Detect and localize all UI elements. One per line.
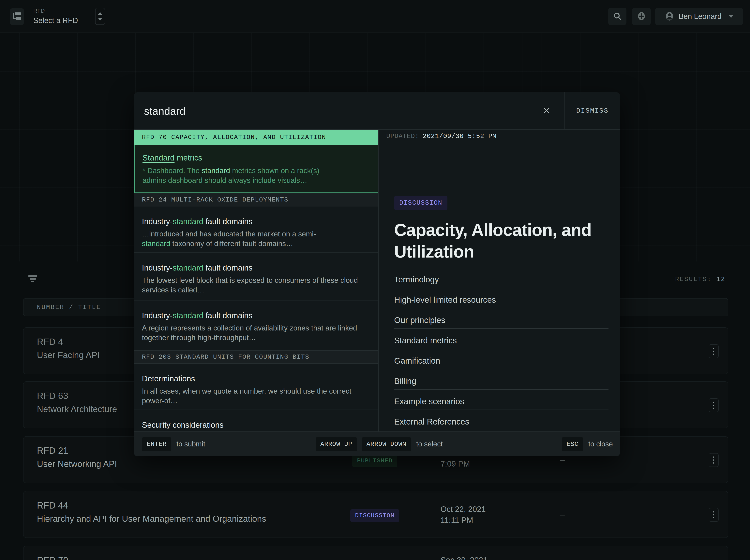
row-updated: 7:09 PM [440,458,470,469]
table-of-contents: Terminology High-level limited resources… [394,275,609,437]
table-column-header: NUMBER / TITLE [37,304,101,311]
esc-action-label: to close [588,440,613,448]
row-id: RFD 21 User Networking API [37,445,117,469]
result-entry[interactable]: Determinations In all cases, when we quo… [134,364,378,410]
updated-value: 2021/09/30 5:52 PM [422,133,496,140]
search-icon [613,12,622,21]
user-name: Ben Leonard [678,12,722,21]
result-entry-selected[interactable]: Standard metrics * Dashboard. The standa… [134,145,378,193]
result-snippet: A region represents a collection of avai… [142,323,369,343]
toc-item[interactable]: Our principles [394,315,609,329]
new-rfd-button[interactable] [632,8,651,25]
result-title: Industry-standard fault domains [142,217,371,226]
rfd-preview-title: Capacity, Allocation, and Utilization [394,219,611,263]
updated-time: 11:11 PM [440,515,486,526]
result-snippet: …introduced and has educated the market … [142,229,343,248]
esc-key-chip: ESC [562,437,583,451]
arrow-up-key-chip: ARROW UP [316,437,357,451]
row-id: RFD 63 Network Architecture [37,390,117,414]
result-snippet: In all cases, when we quote a number, we… [142,386,369,406]
row-id: RFD 4 User Facing API [37,336,100,360]
stepper-up-icon [98,12,102,15]
arrow-down-key-chip: ARROW DOWN [362,437,411,451]
rfd-number: RFD 63 [37,390,117,401]
plus-icon [637,12,646,21]
rfd-title: Hierarchy and API for User Management an… [37,514,266,524]
close-icon [542,107,550,115]
results-count-line: RESULTS: 12 [675,276,726,283]
search-results-panel: RFD 70 CAPACITY, ALLOCATION, AND UTILIZA… [134,130,378,432]
toc-item[interactable]: Billing [394,376,609,390]
row-menu-button[interactable] [709,508,718,522]
rfd-title: User Networking API [37,459,117,469]
user-menu-button[interactable]: Ben Leonard [655,8,743,25]
rfd-number: RFD 4 [37,336,100,347]
table-row[interactable]: RFD 70 Sep 30, 2021 [23,546,728,560]
rfd-number: RFD 70 [37,555,68,560]
result-section-header: RFD 24 MULTI-RACK OXIDE DEPLOYMENTS [134,193,378,206]
row-id: RFD 70 [37,555,68,560]
result-section-header-selected[interactable]: RFD 70 CAPACITY, ALLOCATION, AND UTILIZA… [134,130,378,145]
results-label: RESULTS: [675,276,712,283]
enter-action-label: to submit [176,440,205,448]
updated-row: UPDATED: 2021/09/30 5:52 PM [379,130,620,143]
toc-item[interactable]: High-level limited resources [394,295,609,308]
status-badge: DISCUSSION [394,196,448,210]
updated-date: Oct 22, 2021 [440,504,486,515]
kebab-icon [713,511,714,518]
result-entry[interactable]: Industry-standard fault domains …introdu… [134,206,378,253]
rfd-number: RFD 21 [37,445,117,456]
rfd-selector-value: Select a RFD [33,16,78,25]
result-snippet: * Dashboard. The standard metrics shown … [142,166,344,185]
result-preview-panel: UPDATED: 2021/09/30 5:52 PM DISCUSSION C… [378,130,620,432]
row-menu-button[interactable] [709,344,718,358]
app-window: RFD Select a RFD [0,0,750,560]
dismiss-button[interactable]: DISMISS [565,92,620,129]
result-entry[interactable]: Industry-standard fault domains A region… [134,300,378,350]
result-entry[interactable]: Security considerations [134,410,378,432]
user-avatar-icon [665,12,674,21]
search-modal: DISMISS RFD 70 CAPACITY, ALLOCATION, AND… [134,92,620,456]
search-modal-header: DISMISS [134,92,620,130]
filter-icon[interactable] [28,275,37,282]
result-snippet: The lowest level block that is exposed t… [142,275,369,295]
search-input[interactable] [144,92,519,130]
row-placeholder: – [554,491,570,538]
result-title: Determinations [142,374,371,383]
toc-item[interactable]: Terminology [394,275,609,288]
kebab-icon [713,456,714,463]
updated-time: 7:09 PM [440,458,470,469]
result-entry[interactable]: Industry-standard fault domains The lowe… [134,253,378,300]
rfd-selector[interactable]: RFD Select a RFD [33,8,78,25]
result-title: Industry-standard fault domains [142,311,371,320]
kebab-icon [713,402,714,409]
result-title: Industry-standard fault domains [142,264,371,272]
row-menu-button[interactable] [709,398,718,412]
row-state: PUBLISHED [351,455,398,467]
rfd-stepper-button[interactable] [95,8,105,25]
toc-item[interactable]: External References [394,417,609,430]
enter-key-chip: ENTER [142,437,171,451]
stepper-down-icon [98,18,102,21]
search-button[interactable] [608,8,627,25]
toc-item[interactable]: Standard metrics [394,336,609,349]
result-section-header: RFD 203 STANDARD UNITS FOR COUNTING BITS [134,350,378,364]
table-row[interactable]: RFD 44 Hierarchy and API for User Manage… [23,491,728,538]
toc-item[interactable]: Gamification [394,356,609,369]
row-menu-button[interactable] [709,453,718,467]
status-badge: PUBLISHED [352,455,397,467]
rfd-logo-button[interactable] [10,8,24,25]
rfd-title: Network Architecture [37,404,117,414]
row-updated: Sep 30, 2021 [440,555,488,560]
clear-search-button[interactable] [529,92,564,129]
updated-label: UPDATED: [386,133,419,140]
row-state: DISCUSSION [351,509,398,522]
row-id: RFD 44 Hierarchy and API for User Manage… [37,500,266,524]
kebab-icon [713,348,714,355]
result-title: Standard metrics [142,153,370,162]
row-updated: Oct 22, 2021 11:11 PM [440,504,486,526]
arrows-action-label: to select [416,440,443,448]
chevron-down-icon [729,15,733,18]
toc-item[interactable]: Example scenarios [394,397,609,410]
results-count: 12 [716,276,726,283]
